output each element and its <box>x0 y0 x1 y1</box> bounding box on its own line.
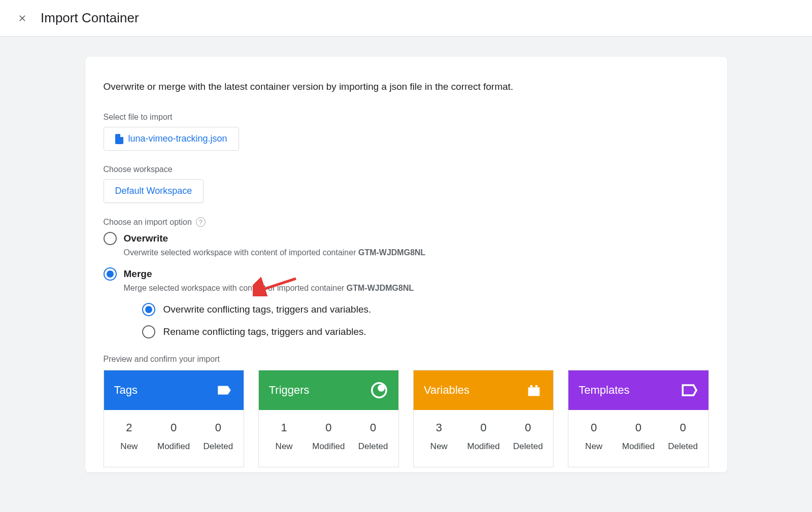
overwrite-container-id: GTM-WJDMG8NL <box>358 248 425 257</box>
radio-merge-rename-conflicts[interactable]: Rename conflicting tags, triggers and va… <box>142 325 709 338</box>
tags-deleted: 0 <box>196 421 241 434</box>
preview-cards: Tags 2New 0Modified 0Deleted Triggers 1N… <box>104 370 709 467</box>
file-section: Select file to import luna-vimeo-trackin… <box>104 113 709 151</box>
card-head: Templates <box>568 370 708 410</box>
dialog-title: Import Container <box>41 10 139 26</box>
card-tags[interactable]: Tags 2New 0Modified 0Deleted <box>104 370 244 467</box>
dialog-header: Import Container <box>0 0 812 37</box>
merge-desc-text: Merge selected workspace with content of… <box>124 284 347 292</box>
card-head: Triggers <box>259 370 398 410</box>
lbl-new: New <box>417 441 461 452</box>
card-head: Variables <box>414 370 553 410</box>
card-title: Triggers <box>269 384 310 397</box>
card-body: 1New 0Modified 0Deleted <box>259 410 398 467</box>
sub-overwrite-label: Overwrite conflicting tags, triggers and… <box>163 304 371 315</box>
card-body: 0New 0Modified 0Deleted <box>568 410 708 467</box>
card-head: Tags <box>104 370 244 410</box>
svg-point-2 <box>378 385 385 392</box>
radio-overwrite[interactable]: Overwrite <box>104 232 709 245</box>
card-body: 2New 0Modified 0Deleted <box>104 410 244 467</box>
close-icon[interactable] <box>16 12 28 24</box>
lbl-deleted: Deleted <box>351 441 395 452</box>
workspace-section: Choose workspace Default Workspace <box>104 165 709 203</box>
lbl-new: New <box>262 441 307 452</box>
lbl-modified: Modified <box>461 441 506 452</box>
file-chip[interactable]: luna-vimeo-tracking.json <box>104 127 239 151</box>
workspace-label: Choose workspace <box>104 165 709 174</box>
variables-new: 3 <box>417 421 461 434</box>
lbl-deleted: Deleted <box>196 441 241 452</box>
preview-label: Preview and confirm your import <box>104 355 709 364</box>
triggers-deleted: 0 <box>351 421 395 434</box>
lbl-new: New <box>107 441 152 452</box>
variable-icon <box>525 381 543 399</box>
radio-icon <box>142 325 155 338</box>
merge-suboptions: Overwrite conflicting tags, triggers and… <box>142 303 709 338</box>
workspace-chip[interactable]: Default Workspace <box>104 179 204 203</box>
card-variables[interactable]: Variables 3New 0Modified 0Deleted <box>413 370 554 467</box>
workspace-name: Default Workspace <box>115 186 192 196</box>
merge-container-id: GTM-WJDMG8NL <box>347 284 414 292</box>
radio-icon <box>104 267 117 281</box>
help-icon[interactable]: ? <box>196 217 206 227</box>
templates-modified: 0 <box>616 421 661 434</box>
merge-desc: Merge selected workspace with content of… <box>124 284 709 293</box>
lbl-modified: Modified <box>616 441 661 452</box>
radio-icon <box>142 303 155 316</box>
lbl-deleted: Deleted <box>661 441 705 452</box>
import-option-section: Choose an import option ? Overwrite Over… <box>104 217 709 338</box>
radio-merge-label: Merge <box>124 268 152 280</box>
intro-text: Overwrite or merge with the latest conta… <box>104 81 709 92</box>
lbl-modified: Modified <box>151 441 196 452</box>
card-templates[interactable]: Templates 0New 0Modified 0Deleted <box>568 370 708 467</box>
lbl-new: New <box>571 441 616 452</box>
template-icon <box>680 381 698 399</box>
file-icon <box>115 134 123 144</box>
sub-rename-label: Rename conflicting tags, triggers and va… <box>163 326 366 337</box>
radio-merge[interactable]: Merge <box>104 267 709 281</box>
import-option-label-text: Choose an import option <box>104 218 192 227</box>
tags-new: 2 <box>107 421 152 434</box>
file-label: Select file to import <box>104 113 709 122</box>
lbl-modified: Modified <box>307 441 351 452</box>
templates-new: 0 <box>571 421 616 434</box>
radio-merge-overwrite-conflicts[interactable]: Overwrite conflicting tags, triggers and… <box>142 303 709 316</box>
radio-overwrite-label: Overwrite <box>124 233 168 244</box>
overwrite-desc-text: Overwrite selected workspace with conten… <box>124 248 358 257</box>
variables-deleted: 0 <box>506 421 551 434</box>
tag-icon <box>215 381 233 399</box>
lbl-deleted: Deleted <box>506 441 551 452</box>
card-title: Tags <box>114 384 138 397</box>
tags-modified: 0 <box>151 421 196 434</box>
templates-deleted: 0 <box>661 421 705 434</box>
triggers-modified: 0 <box>307 421 351 434</box>
variables-modified: 0 <box>461 421 506 434</box>
card-title: Variables <box>424 384 469 397</box>
overwrite-desc: Overwrite selected workspace with conten… <box>124 248 709 257</box>
trigger-icon <box>370 381 388 399</box>
triggers-new: 1 <box>262 421 307 434</box>
card-body: 3New 0Modified 0Deleted <box>414 410 553 467</box>
radio-icon <box>104 232 117 245</box>
file-name: luna-vimeo-tracking.json <box>128 133 227 144</box>
import-card: Overwrite or merge with the latest conta… <box>85 57 727 472</box>
card-triggers[interactable]: Triggers 1New 0Modified 0Deleted <box>258 370 399 467</box>
import-option-label: Choose an import option ? <box>104 217 709 227</box>
card-title: Templates <box>579 384 629 397</box>
